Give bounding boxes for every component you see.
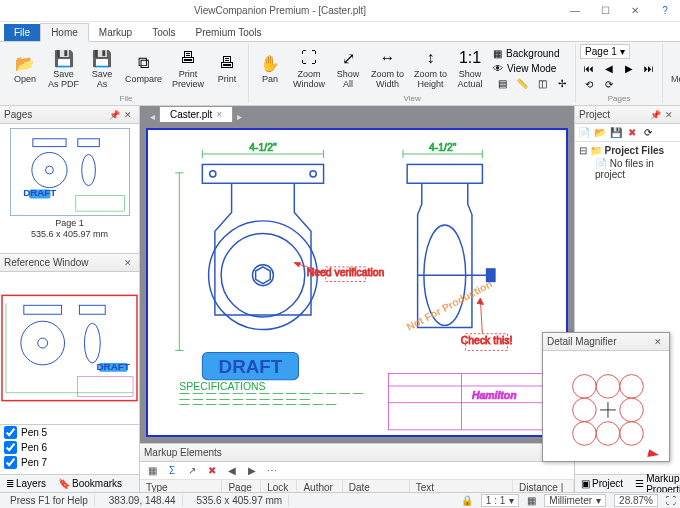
tab-home[interactable]: Home [40, 23, 89, 42]
save-as-pdf-button[interactable]: 💾Save As PDF [44, 45, 83, 92]
project-close-icon[interactable]: ✕ [662, 108, 676, 122]
rotate-left-icon[interactable]: ⟲ [580, 77, 598, 91]
axis-toggle-icon[interactable]: ✢ [553, 77, 571, 91]
status-fit-icon[interactable]: ⛶ [666, 495, 676, 506]
pen-row[interactable]: Pen 7 [0, 455, 139, 470]
print-button[interactable]: 🖶Print [210, 50, 244, 87]
tab-nav-right-icon[interactable]: ▸ [233, 111, 246, 122]
project-icon: ▣ [581, 478, 590, 489]
status-bar: Press F1 for Help 383.09, 148.44 535.6 x… [0, 492, 680, 508]
help-button[interactable]: ? [650, 0, 680, 22]
tab-project[interactable]: ▣Project [575, 476, 629, 491]
close-button[interactable]: ✕ [620, 0, 650, 22]
tab-tools[interactable]: Tools [142, 24, 185, 41]
drawing-canvas[interactable]: 4-1/2" 4-1/2" [140, 122, 574, 443]
project-save-icon[interactable]: 💾 [609, 126, 623, 140]
save-pdf-icon: 💾 [53, 47, 75, 69]
zoom-width-button[interactable]: ↔Zoom to Width [367, 45, 408, 92]
markup-sum-icon[interactable]: Σ [164, 464, 180, 478]
page-thumbnails: DRAFT Page 1 535.6 x 405.97 mm [0, 124, 139, 254]
print-icon: 🖶 [216, 52, 238, 74]
magnifier-close-icon[interactable]: ✕ [651, 335, 665, 349]
reference-view[interactable]: DRAFT [0, 272, 139, 424]
viewmode-label[interactable]: View Mode [505, 62, 558, 76]
svg-point-63 [596, 375, 620, 399]
group-label-pages: Pages [580, 93, 658, 103]
open-button[interactable]: 📂Open [8, 50, 42, 87]
svg-text:4-1/2": 4-1/2" [249, 142, 277, 153]
markup-export-icon[interactable]: ↗ [184, 464, 200, 478]
tab-layers[interactable]: ≣Layers [0, 476, 52, 491]
prev-page-icon[interactable]: ◀ [600, 61, 618, 75]
pen-checkbox[interactable] [4, 441, 17, 454]
compare-button[interactable]: ⧉Compare [121, 50, 166, 87]
chevron-down-icon: ▾ [509, 495, 514, 506]
pen-list: Pen 5 Pen 6 Pen 7 [0, 424, 139, 474]
pen-checkbox[interactable] [4, 426, 17, 439]
hand-icon: ✋ [259, 52, 281, 74]
project-open-icon[interactable]: 📂 [593, 126, 607, 140]
show-actual-button[interactable]: 1:1Show Actual [453, 45, 487, 92]
save-as-button[interactable]: 💾Save As [85, 45, 119, 92]
project-new-icon[interactable]: 📄 [577, 126, 591, 140]
status-zoom-select[interactable]: 1 : 1▾ [481, 494, 519, 507]
rotate-right-icon[interactable]: ⟳ [600, 77, 618, 91]
svg-point-69 [620, 422, 644, 446]
pen-checkbox[interactable] [4, 456, 17, 469]
svg-text:Need verification: Need verification [307, 267, 385, 278]
tab-bookmarks[interactable]: 🔖Bookmarks [52, 476, 128, 491]
tab-file[interactable]: File [4, 24, 40, 41]
markup-prev-icon[interactable]: ◀ [224, 464, 240, 478]
magnifier-header[interactable]: Detail Magnifier ✕ [543, 333, 669, 351]
status-unit-select[interactable]: Millimeter▾ [544, 494, 606, 507]
markup-options-icon[interactable]: ⋯ [264, 464, 280, 478]
tab-nav-left-icon[interactable]: ◂ [146, 111, 159, 122]
status-pct[interactable]: 28.87% [614, 494, 658, 507]
page-thumbnail-1[interactable]: DRAFT [10, 128, 130, 216]
snap-toggle-icon[interactable]: ◫ [533, 77, 551, 91]
zoom-height-button[interactable]: ↕Zoom to Height [410, 45, 451, 92]
status-grid-icon[interactable]: ▦ [527, 495, 536, 506]
next-page-icon[interactable]: ▶ [620, 61, 638, 75]
page-select[interactable]: Page 1▾ [580, 44, 630, 59]
maximize-button[interactable]: ☐ [590, 0, 620, 22]
svg-point-33 [310, 171, 316, 177]
show-all-button[interactable]: ⤢Show All [331, 45, 365, 92]
markup-delete-icon[interactable]: ✖ [204, 464, 220, 478]
background-label[interactable]: Background [504, 47, 561, 61]
grid-toggle-icon[interactable]: ▤ [493, 77, 511, 91]
pen-row[interactable]: Pen 5 [0, 425, 139, 440]
status-coord: 383.09, 148.44 [103, 495, 183, 506]
print-preview-button[interactable]: 🖶Print Preview [168, 45, 208, 92]
svg-point-65 [573, 398, 597, 422]
pages-pin-icon[interactable]: 📌 [107, 108, 121, 122]
detail-magnifier-window[interactable]: Detail Magnifier ✕ [542, 332, 670, 462]
minimize-button[interactable]: — [560, 0, 590, 22]
markup-filter-icon[interactable]: ▦ [144, 464, 160, 478]
status-lock-icon[interactable]: 🔒 [461, 495, 473, 506]
first-page-icon[interactable]: ⏮ [580, 61, 598, 75]
project-refresh-icon[interactable]: ⟳ [641, 126, 655, 140]
zoom-window-button[interactable]: ⛶Zoom Window [289, 45, 329, 92]
project-pin-icon[interactable]: 📌 [648, 108, 662, 122]
tab-markup[interactable]: Markup [89, 24, 142, 41]
layers-icon: ≣ [6, 478, 14, 489]
pen-row[interactable]: Pen 6 [0, 440, 139, 455]
ribbon-group-file: 📂Open 💾Save As PDF 💾Save As ⧉Compare 🖶Pr… [4, 44, 249, 103]
svg-marker-44 [294, 263, 300, 267]
pan-button[interactable]: ✋Pan [253, 50, 287, 87]
save-icon: 💾 [91, 47, 113, 69]
ruler-toggle-icon[interactable]: 📏 [513, 77, 531, 91]
drawing-sheet: 4-1/2" 4-1/2" [146, 128, 568, 437]
svg-point-34 [209, 221, 318, 330]
last-page-icon[interactable]: ⏭ [640, 61, 658, 75]
pages-close-icon[interactable]: ✕ [121, 108, 135, 122]
document-tab-close-icon[interactable]: × [216, 109, 222, 120]
markup-next-icon[interactable]: ▶ [244, 464, 260, 478]
document-tab[interactable]: Caster.plt × [159, 106, 233, 122]
tab-premium[interactable]: Premium Tools [186, 24, 272, 41]
svg-text:Hamilton: Hamilton [472, 390, 517, 401]
project-remove-icon[interactable]: ✖ [625, 126, 639, 140]
measure-button[interactable]: 📐Measure [667, 50, 680, 87]
ref-close-icon[interactable]: ✕ [121, 256, 135, 270]
